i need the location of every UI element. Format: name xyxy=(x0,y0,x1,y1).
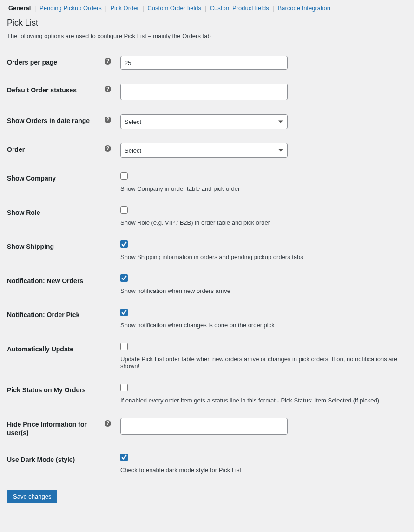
label-auto-update: Automatically Update xyxy=(7,336,100,377)
label-show-orders-date-range: Show Orders in date range xyxy=(7,107,100,136)
label-show-company: Show Company xyxy=(7,165,100,199)
label-hide-price-info: Hide Price Information for user(s) xyxy=(7,411,100,446)
help-icon[interactable]: ? xyxy=(105,58,111,65)
tab-barcode-integration[interactable]: Barcode Integration xyxy=(276,5,331,12)
label-notif-order-pick: Notification: Order Pick xyxy=(7,301,100,336)
show-shipping-checkbox[interactable] xyxy=(120,240,128,248)
order-select[interactable]: Select xyxy=(120,143,288,158)
show-orders-date-range-select[interactable]: Select xyxy=(120,114,288,129)
notif-new-orders-desc: Show notification when new orders arrive xyxy=(120,287,402,294)
save-button[interactable]: Save changes xyxy=(7,490,57,503)
label-dark-mode: Use Dark Mode (style) xyxy=(7,446,100,480)
label-orders-per-page: Orders per page xyxy=(7,49,100,77)
label-show-shipping: Show Shipping xyxy=(7,233,100,267)
auto-update-desc: Update Pick List order table when new or… xyxy=(120,356,402,370)
tab-general[interactable]: General xyxy=(7,5,32,12)
help-icon[interactable]: ? xyxy=(105,117,111,123)
settings-form-table: Orders per page ? Default Order statuses… xyxy=(7,49,407,480)
hide-price-info-input[interactable] xyxy=(120,418,288,435)
pick-status-my-orders-checkbox[interactable] xyxy=(120,384,128,391)
sep: | xyxy=(272,5,274,12)
help-icon[interactable]: ? xyxy=(105,420,111,427)
label-default-order-statuses: Default Order statuses xyxy=(7,77,100,107)
show-company-checkbox[interactable] xyxy=(120,172,128,180)
notif-order-pick-desc: Show notification when changes is done o… xyxy=(120,322,402,329)
tab-pick-order[interactable]: Pick Order xyxy=(109,5,140,12)
pick-status-my-orders-desc: If enabled every order item gets a statu… xyxy=(120,397,402,404)
tab-pending-pickup-orders[interactable]: Pending Pickup Orders xyxy=(38,5,103,12)
label-pick-status-my-orders: Pick Status on My Orders xyxy=(7,376,100,411)
sep: | xyxy=(105,5,107,12)
tab-custom-product-fields[interactable]: Custom Product fields xyxy=(209,5,270,12)
sep: | xyxy=(204,5,207,12)
show-shipping-desc: Show Shipping information in orders and … xyxy=(120,253,402,260)
auto-update-checkbox[interactable] xyxy=(120,343,128,350)
help-icon[interactable]: ? xyxy=(105,86,111,92)
label-order: Order xyxy=(7,136,100,165)
notif-order-pick-checkbox[interactable] xyxy=(120,309,128,316)
show-role-desc: Show Role (e.g. VIP / B2B) in order tabl… xyxy=(120,219,402,226)
sep: | xyxy=(34,5,36,12)
orders-per-page-input[interactable] xyxy=(120,56,288,70)
tab-custom-order-fields[interactable]: Custom Order fields xyxy=(146,5,203,12)
label-notif-new-orders: Notification: New Orders xyxy=(7,267,100,302)
sep: | xyxy=(142,5,144,12)
dark-mode-checkbox[interactable] xyxy=(120,454,128,461)
default-order-statuses-input[interactable] xyxy=(120,84,288,100)
settings-subtabs: General | Pending Pickup Orders | Pick O… xyxy=(7,0,407,17)
section-description: The following options are used to config… xyxy=(7,32,407,39)
dark-mode-desc: Check to enable dark mode style for Pick… xyxy=(120,467,402,474)
notif-new-orders-checkbox[interactable] xyxy=(120,274,128,282)
section-title: Pick List xyxy=(7,18,407,28)
show-role-checkbox[interactable] xyxy=(120,206,128,214)
help-icon[interactable]: ? xyxy=(105,145,111,152)
show-company-desc: Show Company in order table and pick ord… xyxy=(120,185,402,192)
label-show-role: Show Role xyxy=(7,199,100,234)
